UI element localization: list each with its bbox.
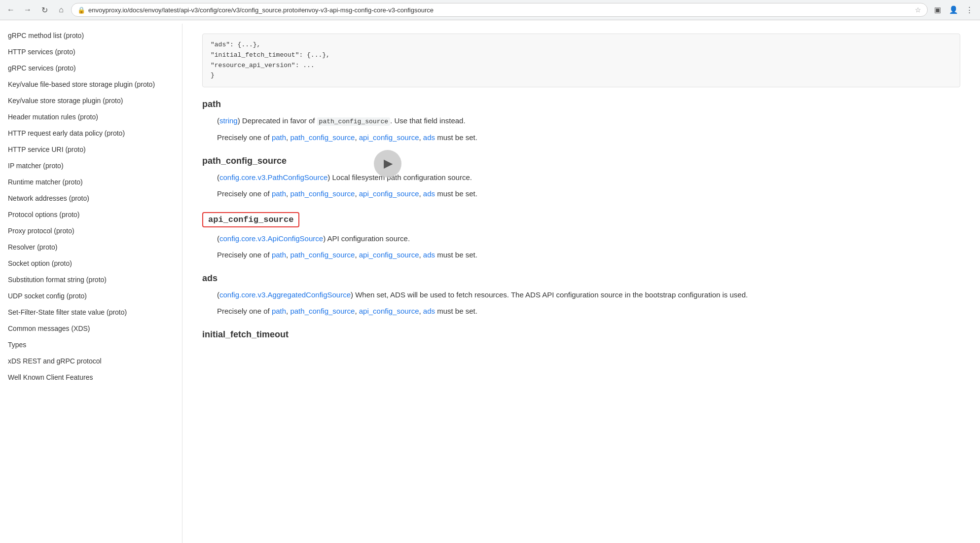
sidebar-item-key-value-store[interactable]: Key/value store storage plugin (proto) [0, 93, 182, 109]
section-path-config-source-content: (config.core.v3.PathConfigSource) Local … [217, 171, 960, 200]
section-ads: ads (config.core.v3.AggregatedConfigSour… [202, 273, 960, 318]
path-precisely-one: Precisely one of path, path_config_sourc… [217, 131, 960, 144]
address-bar[interactable]: 🔒 envoyproxy.io/docs/envoy/latest/api-v3… [71, 3, 928, 17]
link-ads-2[interactable]: ads [423, 189, 435, 198]
sidebar-item-socket-option[interactable]: Socket option (proto) [0, 255, 182, 272]
sidebar-item-types[interactable]: Types [0, 337, 182, 353]
sidebar-item-well-known[interactable]: Well Known Client Features [0, 369, 182, 386]
sidebar-item-header-mutation[interactable]: Header mutation rules (proto) [0, 109, 182, 125]
ads-description: (config.core.v3.AggregatedConfigSource) … [217, 289, 960, 301]
sidebar: gRPC method list (proto) HTTP services (… [0, 24, 182, 543]
browser-toolbar: ← → ↻ ⌂ 🔒 envoyproxy.io/docs/envoy/lates… [0, 0, 980, 20]
sidebar-item-grpc-method-list[interactable]: gRPC method list (proto) [0, 28, 182, 44]
section-path: path (string) Deprecated in favor of pat… [202, 99, 960, 144]
sidebar-item-http-services[interactable]: HTTP services (proto) [0, 44, 182, 60]
link-api-config-source-4[interactable]: api_config_source [359, 307, 419, 315]
path-config-source-text: path_config_source [202, 156, 287, 166]
sidebar-item-xds-rest[interactable]: xDS REST and gRPC protocol [0, 353, 182, 369]
link-api-config-source-2[interactable]: api_config_source [359, 189, 419, 198]
code-line-4: } [211, 71, 952, 81]
link-path-config-source-3[interactable]: path_config_source [290, 251, 355, 259]
back-button[interactable]: ← [4, 3, 18, 17]
link-string[interactable]: string [219, 116, 238, 125]
section-ads-title: ads [202, 273, 960, 284]
play-button[interactable]: ▶ [374, 150, 401, 178]
section-api-config-source: api_config_source (config.core.v3.ApiCon… [202, 212, 960, 261]
sidebar-item-protocol-options[interactable]: Protocol options (proto) [0, 207, 182, 223]
main-content: "ads": {...}, "initial_fetch_timeout": {… [182, 24, 980, 543]
browser-chrome: ← → ↻ ⌂ 🔒 envoyproxy.io/docs/envoy/lates… [0, 0, 980, 20]
sidebar-item-proxy-protocol[interactable]: Proxy protocol (proto) [0, 223, 182, 239]
section-path-content: (string) Deprecated in favor of path_con… [217, 114, 960, 144]
section-initial-fetch-timeout-title: initial_fetch_timeout [202, 329, 960, 340]
link-ads-4[interactable]: ads [423, 307, 435, 315]
link-api-config-source-1[interactable]: api_config_source [359, 133, 419, 142]
code-line-1: "ads": {...}, [211, 40, 952, 50]
section-path-title: path [202, 99, 960, 109]
section-ads-content: (config.core.v3.AggregatedConfigSource) … [217, 289, 960, 318]
link-path-4[interactable]: path [272, 307, 286, 315]
link-path-config-source-2[interactable]: path_config_source [290, 189, 355, 198]
path-description: (string) Deprecated in favor of path_con… [217, 114, 960, 127]
link-ads-type[interactable]: config.core.v3.AggregatedConfigSource [219, 290, 351, 299]
link-api-config-source-type[interactable]: config.core.v3.ApiConfigSource [219, 234, 323, 243]
profile-button[interactable]: 👤 [946, 3, 960, 17]
sidebar-item-udp-socket[interactable]: UDP socket config (proto) [0, 288, 182, 304]
api-config-source-precisely-one: Precisely one of path, path_config_sourc… [217, 249, 960, 261]
api-config-source-description: (config.core.v3.ApiConfigSource) API con… [217, 232, 960, 245]
path-config-source-description: (config.core.v3.PathConfigSource) Local … [217, 171, 960, 184]
bookmark-icon[interactable]: ☆ [915, 6, 921, 14]
home-button[interactable]: ⌂ [54, 3, 68, 17]
code-line-2: "initial_fetch_timeout": {...}, [211, 50, 952, 61]
refresh-button[interactable]: ↻ [37, 3, 51, 17]
sidebar-item-grpc-services[interactable]: gRPC services (proto) [0, 60, 182, 76]
link-path-1[interactable]: path [272, 133, 286, 142]
section-path-config-source-title: path_config_source ▶ [202, 156, 960, 166]
section-api-config-source-content: (config.core.v3.ApiConfigSource) API con… [217, 232, 960, 261]
link-api-config-source-3[interactable]: api_config_source [359, 251, 419, 259]
sidebar-item-ip-matcher[interactable]: IP matcher (proto) [0, 158, 182, 174]
api-config-source-anchor: api_config_source [202, 212, 299, 227]
path-config-source-precisely-one: Precisely one of path, path_config_sourc… [217, 187, 960, 200]
sidebar-item-substitution-format[interactable]: Substitution format string (proto) [0, 272, 182, 288]
sidebar-item-common-messages[interactable]: Common messages (XDS) [0, 321, 182, 337]
url-text: envoyproxy.io/docs/envoy/latest/api-v3/c… [88, 6, 912, 14]
link-path-config-source-1[interactable]: path_config_source [290, 133, 355, 142]
link-path-3[interactable]: path [272, 251, 286, 259]
sidebar-item-network-addresses[interactable]: Network addresses (proto) [0, 190, 182, 207]
lock-icon: 🔒 [77, 6, 85, 14]
sidebar-item-key-value-file[interactable]: Key/value file-based store storage plugi… [0, 76, 182, 93]
extensions-button[interactable]: ▣ [931, 3, 944, 17]
link-path-config-source-4[interactable]: path_config_source [290, 307, 355, 315]
link-ads-1[interactable]: ads [423, 133, 435, 142]
toolbar-actions: ▣ 👤 ⋮ [931, 3, 976, 17]
sidebar-item-set-filter-state[interactable]: Set-Filter-State filter state value (pro… [0, 304, 182, 321]
code-block-top: "ads": {...}, "initial_fetch_timeout": {… [202, 34, 960, 87]
link-path-config-source-type[interactable]: config.core.v3.PathConfigSource [219, 173, 327, 181]
section-path-config-source: path_config_source ▶ (config.core.v3.Pat… [202, 156, 960, 200]
link-ads-3[interactable]: ads [423, 251, 435, 259]
code-line-3: "resource_api_version": ... [211, 61, 952, 71]
sidebar-item-http-request-early[interactable]: HTTP request early data policy (proto) [0, 125, 182, 142]
sidebar-item-resolver[interactable]: Resolver (proto) [0, 239, 182, 255]
app-container: gRPC method list (proto) HTTP services (… [0, 24, 980, 543]
section-api-config-source-title: api_config_source [202, 212, 960, 227]
sidebar-item-runtime-matcher[interactable]: Runtime matcher (proto) [0, 174, 182, 190]
sidebar-item-http-service-uri[interactable]: HTTP service URI (proto) [0, 142, 182, 158]
ads-precisely-one: Precisely one of path, path_config_sourc… [217, 305, 960, 318]
menu-button[interactable]: ⋮ [962, 3, 976, 17]
forward-button[interactable]: → [21, 3, 35, 17]
link-path-2[interactable]: path [272, 189, 286, 198]
code-path-config-source-ref: path_config_source [317, 117, 390, 126]
section-initial-fetch-timeout: initial_fetch_timeout [202, 329, 960, 340]
